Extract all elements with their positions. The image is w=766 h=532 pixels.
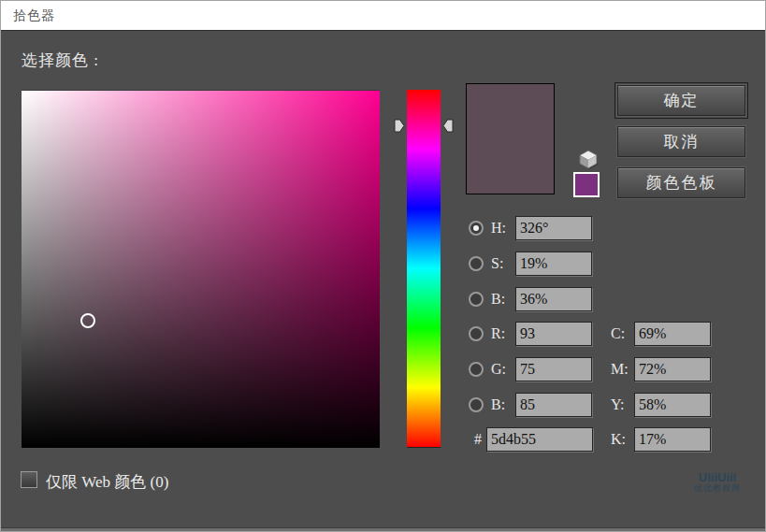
hex-input[interactable] bbox=[486, 427, 593, 452]
web-safe-swatch[interactable] bbox=[573, 172, 600, 197]
b-input[interactable] bbox=[515, 287, 592, 311]
cancel-button[interactable]: 取消 bbox=[617, 126, 745, 157]
m-label: M: bbox=[611, 361, 629, 378]
b2-label: B: bbox=[491, 396, 505, 413]
y-input[interactable] bbox=[634, 393, 711, 417]
k-label: K: bbox=[611, 431, 626, 448]
hex-label: # bbox=[474, 431, 482, 448]
hue-slider-left-arrow-icon[interactable] bbox=[394, 119, 405, 133]
dialog-title: 拾色器 bbox=[13, 7, 55, 24]
watermark: UiiiUiii 优优教程网 bbox=[694, 471, 741, 493]
r-label: R: bbox=[491, 325, 505, 342]
color-picker-dialog: 拾色器 选择颜色 : 确定 取消 bbox=[0, 0, 766, 532]
s-input[interactable] bbox=[515, 252, 592, 276]
radio-g[interactable] bbox=[469, 362, 484, 377]
web-colors-only-checkbox[interactable] bbox=[21, 471, 37, 488]
web-gamut-cube-icon[interactable] bbox=[576, 147, 600, 171]
y-label: Y: bbox=[611, 396, 625, 413]
c-input[interactable] bbox=[634, 322, 711, 346]
h-input[interactable] bbox=[515, 216, 592, 240]
radio-b[interactable] bbox=[469, 292, 484, 307]
m-input[interactable] bbox=[634, 357, 711, 381]
prompt-label: 选择颜色 : bbox=[22, 50, 99, 71]
b2-input[interactable] bbox=[515, 393, 592, 417]
g-label: G: bbox=[491, 361, 506, 378]
current-color-swatch bbox=[466, 83, 555, 194]
r-input[interactable] bbox=[515, 322, 592, 346]
web-colors-only-label: 仅限 Web 颜色 (0) bbox=[46, 471, 168, 493]
color-swatches-button[interactable]: 颜色色板 bbox=[617, 167, 745, 198]
ok-button[interactable]: 确定 bbox=[617, 85, 745, 116]
hue-slider-right-arrow-icon[interactable] bbox=[442, 119, 454, 133]
watermark-name: 优优教程网 bbox=[694, 483, 741, 493]
g-input[interactable] bbox=[515, 357, 592, 381]
s-label: S: bbox=[491, 255, 503, 272]
radio-b2[interactable] bbox=[469, 397, 484, 412]
watermark-logo: UiiiUiii bbox=[694, 471, 741, 483]
hue-slider[interactable] bbox=[407, 90, 441, 448]
saturation-brightness-field[interactable] bbox=[22, 90, 380, 448]
radio-s[interactable] bbox=[469, 256, 484, 271]
radio-h[interactable] bbox=[469, 221, 484, 236]
color-field-marker[interactable] bbox=[80, 313, 95, 328]
brightness-gradient bbox=[22, 91, 380, 448]
k-input[interactable] bbox=[634, 427, 711, 452]
c-label: C: bbox=[611, 325, 625, 342]
h-label: H: bbox=[491, 220, 506, 237]
radio-r[interactable] bbox=[469, 326, 484, 341]
b-label: B: bbox=[491, 291, 505, 308]
title-bar: 拾色器 bbox=[1, 1, 765, 31]
window-bottom-edge bbox=[1, 527, 766, 532]
dialog-body: 选择颜色 : 确定 取消 颜色色板 bbox=[1, 31, 766, 532]
